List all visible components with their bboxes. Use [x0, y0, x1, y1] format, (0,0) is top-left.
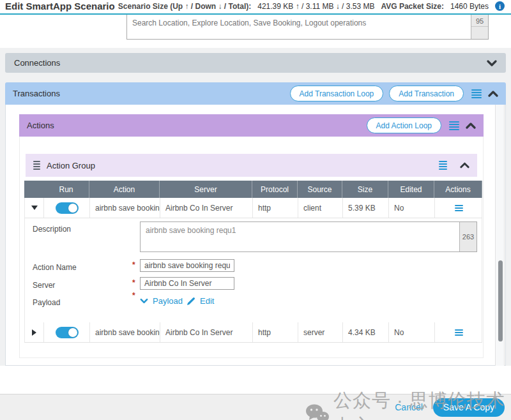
action-detail-form: Description airbnb save booking requ1 26… — [24, 218, 482, 322]
row-actions-menu-icon[interactable] — [455, 205, 463, 211]
table-row: airbnb save booking resp1 Airbnb Co In S… — [24, 322, 482, 343]
run-toggle[interactable] — [56, 202, 79, 214]
payload-expand-chevron-icon[interactable] — [140, 298, 148, 304]
payload-link[interactable]: Payload — [153, 296, 183, 306]
actions-title: Actions — [27, 121, 54, 130]
row-action-name: airbnb save booking requ1 — [90, 198, 160, 218]
required-asterisk: * — [132, 291, 135, 300]
column-header-edited: Edited — [388, 181, 434, 198]
column-header-protocol: Protocol — [252, 181, 298, 198]
description-counter: 263 — [459, 222, 477, 251]
server-label: Server — [33, 281, 55, 290]
add-action-loop-button[interactable]: Add Action Loop — [367, 117, 441, 133]
page-title: Edit SmartApp Scenario — [5, 1, 115, 11]
row-protocol: http — [253, 198, 298, 218]
action-name-label: Action Name — [33, 263, 77, 272]
edit-pencil-icon[interactable] — [187, 297, 195, 305]
row-actions-menu-icon[interactable] — [455, 329, 463, 336]
scenario-size-label: Scenario Size (Up ↑ / Down ↓ / Total): — [118, 2, 251, 11]
avg-packet-label: AVG Packet Size: — [381, 2, 443, 11]
edit-link[interactable]: Edit — [200, 296, 214, 306]
description-field[interactable]: airbnb save booking requ1 263 — [140, 221, 477, 252]
save-a-copy-button[interactable]: Save A Copy — [433, 398, 505, 417]
chevron-up-icon[interactable] — [460, 162, 469, 169]
row-server: Airbnb Co In Server — [160, 322, 253, 342]
action-name-input[interactable] — [140, 259, 234, 272]
lower-white-band — [0, 366, 511, 394]
row-protocol: http — [253, 322, 298, 342]
required-asterisk: * — [132, 260, 135, 269]
dialog-footer: Cancel Save A Copy — [0, 394, 511, 420]
actions-section-header[interactable]: Actions Add Action Loop — [19, 114, 484, 137]
cancel-button[interactable]: Cancel — [395, 402, 423, 412]
column-header-action: Action — [89, 181, 160, 198]
collapse-row-icon[interactable] — [31, 206, 38, 210]
add-transaction-loop-button[interactable]: Add Transaction Loop — [290, 86, 384, 101]
chevron-down-icon[interactable] — [487, 60, 497, 66]
required-asterisk: * — [132, 278, 135, 287]
drag-handle-icon[interactable] — [33, 161, 40, 170]
table-row: airbnb save booking requ1 Airbnb Co In S… — [24, 198, 482, 218]
scenario-description-value[interactable]: Search Location, Explore Location, Save … — [132, 19, 468, 27]
action-group-header[interactable]: Action Group — [26, 154, 477, 177]
column-header-expand — [24, 181, 43, 198]
page-header: Edit SmartApp Scenario Scenario Size (Up… — [0, 0, 511, 15]
actions-table-header: Run Action Server Protocol Source Size E… — [24, 181, 482, 198]
payload-label: Payload — [33, 298, 60, 307]
run-toggle[interactable] — [56, 327, 79, 338]
chevron-up-icon[interactable] — [466, 123, 476, 129]
row-edited: No — [389, 198, 435, 218]
scrollbar-thumb[interactable] — [498, 260, 503, 341]
connections-title: Connections — [14, 58, 60, 68]
avg-packet-value: 1460 Bytes — [450, 2, 489, 11]
scenario-stats: Scenario Size (Up ↑ / Down ↓ / Total): 4… — [118, 1, 505, 11]
scenario-size-value: 421.39 KB ↑ / 3.11 MB ↓ / 3.53 MB — [257, 2, 374, 11]
chevron-up-icon[interactable] — [488, 91, 498, 97]
actions-menu-icon[interactable] — [449, 121, 459, 130]
info-icon[interactable]: i — [495, 1, 505, 11]
row-size: 4.34 KB — [343, 322, 389, 342]
transactions-menu-icon[interactable] — [471, 89, 482, 98]
row-action-name: airbnb save booking resp1 — [90, 322, 160, 342]
expand-row-icon[interactable] — [32, 329, 36, 336]
column-header-actions: Actions — [434, 181, 482, 198]
row-source: client — [298, 198, 343, 218]
vertical-scrollbar[interactable] — [495, 105, 505, 366]
server-input[interactable] — [140, 277, 234, 290]
description-label: Description — [33, 225, 71, 234]
description-value[interactable]: airbnb save booking requ1 — [146, 226, 456, 235]
transactions-section-header[interactable]: Transactions Add Transaction Loop Add Tr… — [5, 82, 506, 105]
row-edited: No — [389, 322, 435, 342]
column-header-size: Size — [342, 181, 388, 198]
transactions-title: Transactions — [13, 89, 60, 98]
add-transaction-button[interactable]: Add Transaction — [389, 86, 464, 101]
row-source: server — [298, 322, 343, 342]
action-group-menu-icon[interactable] — [439, 161, 447, 170]
connections-section-header[interactable]: Connections — [5, 53, 506, 73]
column-header-run: Run — [43, 181, 89, 198]
row-server: Airbnb Co In Server — [160, 198, 253, 218]
column-header-server: Server — [160, 181, 252, 198]
action-group-title: Action Group — [47, 161, 95, 170]
column-header-source: Source — [298, 181, 342, 198]
row-size: 5.39 KB — [343, 198, 389, 218]
